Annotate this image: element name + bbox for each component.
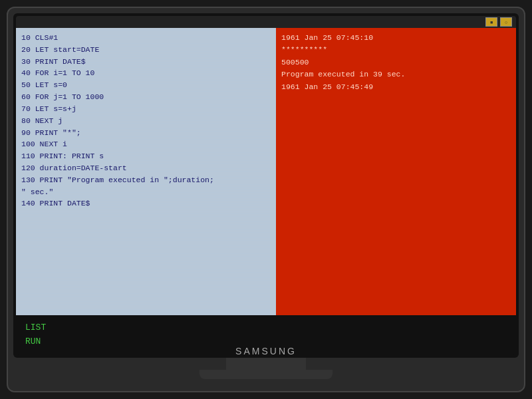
code-line: 40 FOR i=1 TO 10: [21, 67, 271, 79]
code-line: 100 NEXT i: [21, 138, 271, 150]
code-line: 30 PRINT DATE$: [21, 56, 271, 68]
code-line: " sec.": [21, 186, 271, 198]
code-line: 90 PRINT "*";: [21, 127, 271, 139]
output-line: 1961 Jan 25 07:45:10: [281, 32, 511, 44]
output-line: Program executed in 39 sec.: [281, 68, 511, 80]
screen-content: 10 CLS#120 LET start=DATE30 PRINT DATE$4…: [16, 28, 516, 315]
code-line: 60 FOR j=1 TO 1000: [21, 91, 271, 103]
code-listing: 10 CLS#120 LET start=DATE30 PRINT DATE$4…: [21, 32, 271, 209]
top-icon-1: ■: [485, 17, 497, 27]
brand-logo: SAMSUNG: [235, 346, 297, 356]
code-line: 140 PRINT DATE$: [21, 198, 271, 209]
code-line: 130 PRINT "Program executed in ";duratio…: [21, 174, 271, 186]
right-panel: 1961 Jan 25 07:45:10**********500500Prog…: [276, 28, 516, 315]
code-line: 20 LET start=DATE: [21, 44, 271, 56]
code-line: 80 NEXT j: [21, 115, 271, 127]
screen: ■ ○ 10 CLS#120 LET start=DATE30 PRINT DA…: [16, 16, 516, 355]
code-line: 70 LET s=s+j: [21, 103, 271, 115]
code-line: 110 PRINT: PRINT s: [21, 150, 271, 162]
monitor-stand: [200, 370, 332, 379]
bottom-command: LIST: [25, 321, 507, 335]
left-panel: 10 CLS#120 LET start=DATE30 PRINT DATE$4…: [16, 28, 276, 315]
code-line: 120 duration=DATE-start: [21, 162, 271, 174]
output-line: 1961 Jan 25 07:45:49: [281, 81, 511, 93]
output-line: **********: [281, 44, 511, 56]
monitor-neck: [226, 358, 306, 370]
code-line: 50 LET s=0: [21, 79, 271, 91]
top-bar: ■ ○: [16, 16, 516, 28]
monitor: ■ ○ 10 CLS#120 LET start=DATE30 PRINT DA…: [7, 7, 525, 392]
output-line: 500500: [281, 57, 511, 68]
top-icon-2: ○: [500, 17, 512, 27]
screen-bezel: ■ ○ 10 CLS#120 LET start=DATE30 PRINT DA…: [13, 13, 519, 358]
code-line: 10 CLS#1: [21, 32, 271, 44]
monitor-base: [13, 358, 519, 391]
